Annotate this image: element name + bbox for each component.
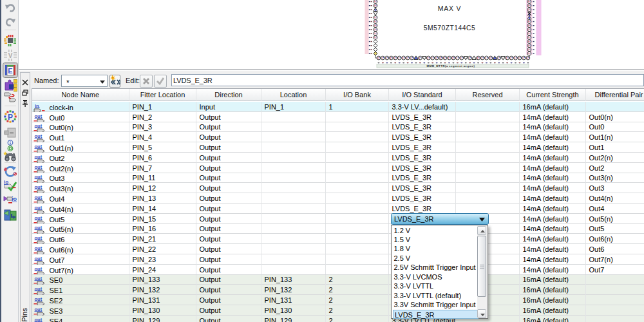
svg-text:E: E (8, 67, 12, 75)
svg-text:io: io (12, 196, 17, 202)
svg-text:out: out (34, 317, 42, 322)
svg-text:V: V (8, 52, 13, 59)
svg-text:5M570ZT144C5: 5M570ZT144C5 (424, 24, 475, 32)
svg-text:MAX V: MAX V (438, 5, 462, 12)
svg-text:P: P (8, 113, 13, 122)
svg-text:MMM_MTTR(a segment aegme): MMM_MTTR(a segment aegme) (427, 64, 475, 68)
svg-text:io: io (4, 179, 8, 185)
